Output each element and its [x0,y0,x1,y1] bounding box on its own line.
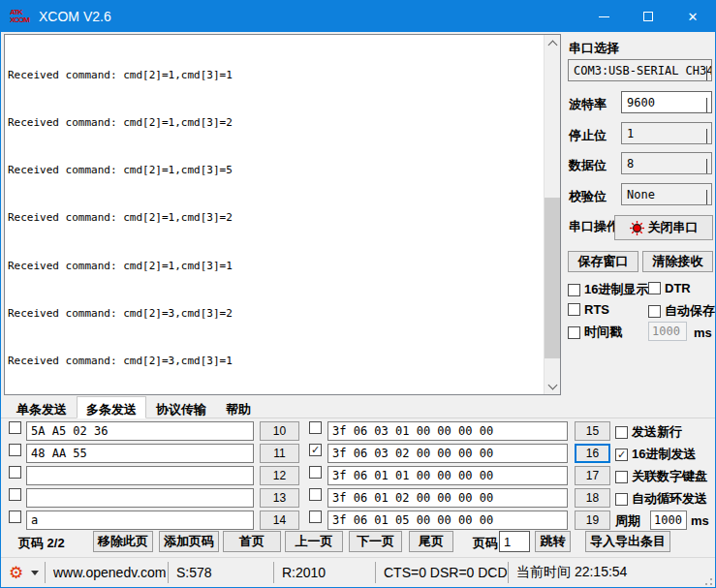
send-row-checkbox[interactable] [9,488,21,501]
send-data-input[interactable] [327,488,568,508]
send-button-18[interactable]: 18 [575,488,610,508]
statusbar-signals: CTS=0 DSR=0 DCD=0 [376,562,509,583]
prev-page-button[interactable]: 上一页 [285,531,343,552]
hex-display-label: 16进制显示 [584,281,648,298]
tab-multi-send[interactable]: 多条发送 [77,396,146,418]
send-button-11[interactable]: 11 [260,444,299,463]
send-row-checkbox[interactable]: ✓ [309,444,322,456]
send-button-12[interactable]: 12 [260,466,299,485]
send-row-checkbox[interactable] [309,488,322,501]
parity-select-value: None [627,188,655,201]
close-icon: ✕ [688,11,699,23]
send-data-input[interactable] [327,511,568,530]
send-data-input[interactable] [327,421,568,441]
statusbar-received-count: R:2010 [274,562,376,583]
scrollbar-thumb[interactable] [545,198,561,358]
link-keypad-label: 关联数字键盘 [632,468,707,485]
timestamp-checkbox[interactable]: 时间戳 [568,324,622,341]
save-window-button[interactable]: 保存窗口 [568,251,638,272]
port-select-value: COM3:USB-SERIAL CH340 [574,64,712,77]
statusbar-site[interactable]: www.openedv.com [46,562,169,583]
chevron-down-icon [706,159,707,172]
port-op-label: 串口操作 [569,218,619,235]
auto-loop-checkbox[interactable]: 自动循环发送 [615,490,707,508]
send-data-input[interactable] [26,511,254,530]
send-data-input[interactable] [26,466,254,485]
port-select[interactable]: COM3:USB-SERIAL CH340 [568,59,712,81]
add-page-button[interactable]: 添加页码 [159,531,219,552]
close-button[interactable]: ✕ [670,1,715,32]
autosave-checkbox[interactable]: 自动保存 [648,302,715,320]
tab-protocol[interactable]: 协议传输 [146,398,216,418]
send-row-checkbox[interactable] [9,444,21,456]
minimize-button[interactable] [581,1,626,32]
stopbits-select-value: 1 [627,127,634,140]
rts-checkbox[interactable]: RTS [568,302,609,317]
send-row-checkbox[interactable] [9,421,21,434]
send-data-input[interactable] [26,421,254,441]
vertical-scrollbar[interactable] [544,35,560,394]
checkbox-box: ✓ [615,449,628,461]
receive-area[interactable]: Received command: cmd[2]=1,cmd[3]=1 Rece… [4,34,561,395]
receive-line: Received command: cmd[2]=1,cmd[3]=2 [8,115,543,131]
checkbox-box [648,282,661,294]
send-data-input[interactable] [327,466,568,485]
dtr-checkbox[interactable]: DTR [648,281,691,295]
goto-page-input[interactable] [499,531,530,552]
checkbox-box [615,426,628,439]
hex-display-checkbox[interactable]: 16进制显示 [568,281,648,298]
gear-icon[interactable]: ⚙ [9,565,23,581]
send-button-13[interactable]: 13 [260,488,299,508]
baud-select-value: 9600 [627,96,655,109]
tab-single-send[interactable]: 单条发送 [7,398,77,418]
send-row-checkbox[interactable] [9,511,21,523]
goto-page-label: 页码 [473,535,498,552]
next-page-button[interactable]: 下一页 [349,531,402,552]
checkbox-box [615,493,628,506]
send-row-checkbox[interactable] [9,466,21,479]
clear-receive-button[interactable]: 清除接收 [642,251,713,272]
hex-send-checkbox[interactable]: ✓ 16进制发送 [615,446,696,463]
tab-help[interactable]: 帮助 [216,398,261,418]
scroll-up-button[interactable] [545,35,561,51]
send-button-17[interactable]: 17 [575,466,610,485]
timestamp-label: 时间戳 [584,324,622,341]
remove-page-button[interactable]: 移除此页 [93,531,153,552]
jump-button[interactable]: 跳转 [535,531,571,552]
resize-grip[interactable] [710,578,712,580]
send-data-input[interactable] [26,488,254,508]
send-data-input[interactable] [327,444,568,463]
send-button-16[interactable]: 16 [575,444,610,463]
dtr-label: DTR [665,281,691,295]
scroll-down-button[interactable] [545,378,561,394]
timestamp-interval-input[interactable] [648,322,687,341]
send-button-14[interactable]: 14 [260,511,299,530]
send-data-input[interactable] [26,444,254,463]
maximize-button[interactable] [626,1,670,32]
databits-select[interactable]: 8 [621,152,712,174]
send-row-checkbox[interactable] [309,421,322,434]
send-button-10[interactable]: 10 [260,421,299,441]
titlebar: ATK XCOM XCOM V2.6 ✕ [1,1,715,32]
dropdown-caret-icon[interactable] [31,571,39,575]
period-input[interactable] [650,511,687,530]
stopbits-select[interactable]: 1 [621,122,712,144]
receive-line: Received command: cmd[2]=3,cmd[3]=2 [8,306,543,322]
chevron-down-icon [706,190,707,203]
send-row-checkbox[interactable] [309,466,322,479]
close-port-button[interactable]: 关闭串口 [614,215,713,240]
send-row-checkbox[interactable] [309,511,322,523]
link-keypad-checkbox[interactable]: 关联数字键盘 [615,468,707,485]
import-export-button[interactable]: 导入导出条目 [585,531,670,552]
chevron-down-icon [548,380,558,389]
serial-config-panel: 串口选择 COM3:USB-SERIAL CH340 波特率 9600 停止位 … [566,32,714,396]
databits-label: 数据位 [569,157,607,174]
send-button-19[interactable]: 19 [575,511,610,530]
send-button-15[interactable]: 15 [575,421,610,441]
port-section-label: 串口选择 [569,40,619,57]
first-page-button[interactable]: 首页 [223,531,281,552]
baud-select[interactable]: 9600 [621,91,712,113]
last-page-button[interactable]: 尾页 [409,531,453,552]
send-newline-checkbox[interactable]: 发送新行 [615,423,682,441]
parity-select[interactable]: None [621,183,712,205]
